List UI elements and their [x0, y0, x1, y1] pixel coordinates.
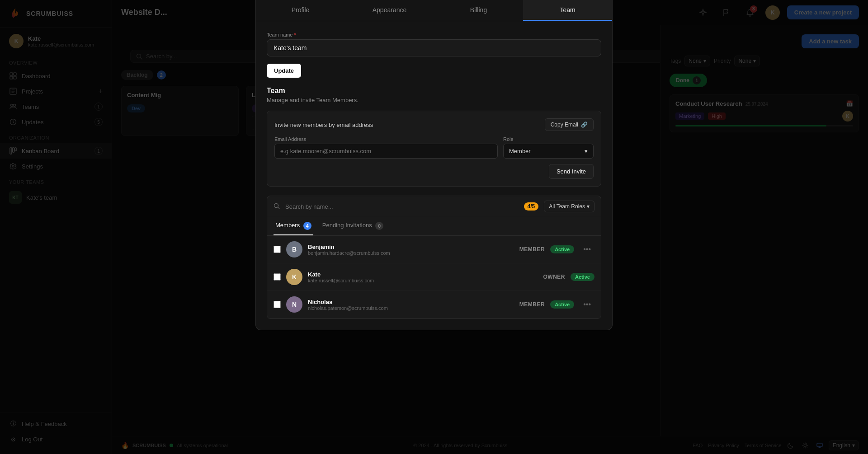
section-title: Team [267, 87, 601, 95]
member-row: B Benjamin benjamin.hardacre@scrumbuiss.… [267, 236, 601, 263]
modal-tabs: Profile Appearance Billing Team [256, 0, 612, 21]
member-row: N Nicholas nicholas.paterson@scrumbuiss.… [267, 291, 601, 318]
members-tabs: Members 4 Pending Invitations 0 [267, 217, 601, 236]
members-count: 4 [303, 222, 311, 230]
members-search-input[interactable] [285, 203, 519, 210]
member-name: Kate [308, 271, 538, 278]
team-name-group: Team name * [267, 32, 601, 56]
chevron-down-icon: ▾ [587, 203, 590, 210]
email-field-label: Email Address [274, 136, 498, 142]
member-role: MEMBER [519, 301, 545, 308]
member-status: Active [550, 300, 574, 309]
invite-email-input[interactable] [274, 144, 498, 159]
tab-members[interactable]: Members 4 [274, 217, 313, 235]
members-count-badge: 4/5 [524, 202, 539, 211]
member-name: Benjamin [308, 243, 514, 250]
member-menu-button[interactable]: ••• [580, 243, 594, 255]
all-roles-button[interactable]: All Team Roles ▾ [544, 201, 594, 212]
invite-fields: Email Address Role Member ▾ [274, 136, 594, 159]
tab-billing[interactable]: Billing [434, 0, 523, 21]
member-role: OWNER [543, 274, 565, 280]
member-row: K Kate kate.russell@scrumbuiss.com OWNER… [267, 263, 601, 291]
chevron-down-icon: ▾ [585, 148, 588, 154]
member-checkbox-nicholas[interactable] [274, 301, 281, 308]
tab-appearance[interactable]: Appearance [345, 0, 434, 21]
member-email: nicholas.paterson@scrumbuiss.com [308, 305, 514, 311]
member-menu-button[interactable]: ••• [580, 299, 594, 310]
search-icon [274, 203, 280, 211]
member-role: MEMBER [519, 246, 545, 253]
team-name-input[interactable] [267, 39, 601, 56]
role-field-label: Role [503, 136, 594, 142]
members-container: 4/5 All Team Roles ▾ Members 4 Pending I… [267, 196, 601, 319]
copy-email-button[interactable]: Copy Email 🔗 [545, 118, 594, 131]
member-email: kate.russell@scrumbuiss.com [308, 278, 538, 283]
tab-profile[interactable]: Profile [256, 0, 345, 21]
invite-box: Invite new members by email address Copy… [267, 111, 601, 187]
invite-title: Invite new members by email address [274, 122, 373, 128]
member-checkbox-benjamin[interactable] [274, 246, 281, 253]
member-status: Active [550, 245, 574, 253]
member-avatar-kate: K [286, 269, 302, 285]
tab-team[interactable]: Team [523, 0, 612, 21]
modal-body: Team name * Update Team Manage and invit… [256, 21, 612, 330]
tab-pending[interactable]: Pending Invitations 0 [321, 217, 385, 235]
member-name: Nicholas [308, 299, 514, 305]
member-avatar-nicholas: N [286, 296, 302, 313]
role-dropdown[interactable]: Member ▾ [503, 144, 594, 159]
member-email: benjamin.hardacre@scrumbuiss.com [308, 250, 514, 256]
member-status: Active [571, 273, 594, 281]
member-avatar-benjamin: B [286, 241, 302, 257]
team-name-label: Team name * [267, 32, 601, 37]
pending-count: 0 [375, 222, 383, 230]
link-icon: 🔗 [581, 122, 588, 128]
send-invite-button[interactable]: Send Invite [549, 164, 594, 179]
settings-modal: Profile Appearance Billing Team Team nam… [255, 0, 613, 330]
update-button[interactable]: Update [267, 64, 301, 78]
members-search-row: 4/5 All Team Roles ▾ [267, 196, 601, 217]
member-checkbox-kate[interactable] [274, 273, 281, 281]
section-desc: Manage and invite Team Members. [267, 97, 601, 103]
